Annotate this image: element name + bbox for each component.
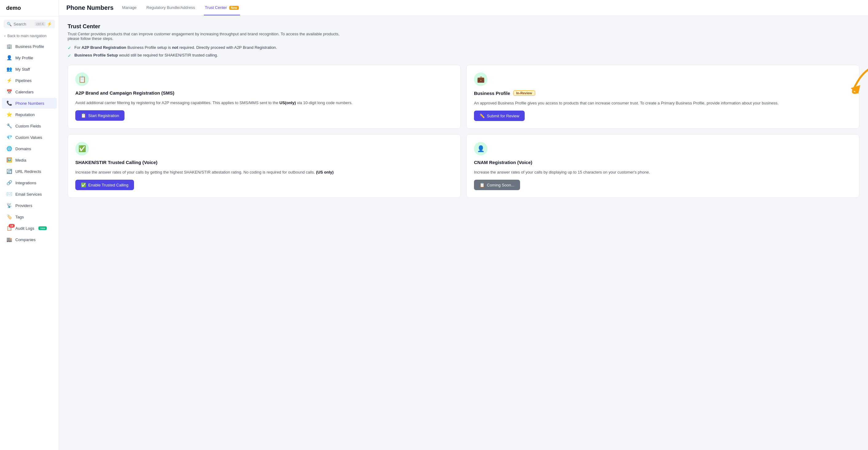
in-review-badge: In-Review	[513, 90, 535, 96]
card-cnam-desc: Increase the answer rates of your calls …	[474, 169, 852, 175]
reputation-icon: ⭐	[6, 112, 12, 117]
sidebar: demo 🔍 Search ctrl K ⚡ ‹ Back to main na…	[0, 0, 59, 450]
sidebar-item-audit-logs[interactable]: 📋 16 Audit Logs new	[2, 223, 57, 234]
sidebar-item-label: Custom Values	[16, 135, 42, 140]
card-bp-header: 💼	[474, 72, 852, 86]
chevron-left-icon: ‹	[4, 34, 5, 38]
trust-center-title: Trust Center	[68, 23, 859, 30]
custom-values-icon: 💎	[6, 134, 12, 140]
tab-trust-center[interactable]: Trust Center New	[204, 0, 240, 15]
svg-marker-0	[851, 85, 860, 94]
sidebar-item-label: URL Redirects	[16, 169, 41, 174]
providers-icon: 📡	[6, 203, 12, 208]
card-cnam-icon: 👤	[474, 142, 488, 155]
audit-logs-new-badge: new	[38, 226, 47, 230]
card-ss-title: SHAKEN/STIR Trusted Calling (Voice)	[75, 160, 453, 165]
coming-soon-icon: 📋	[479, 183, 485, 187]
email-services-icon: ✉️	[6, 191, 12, 197]
my-staff-icon: 👥	[6, 66, 12, 72]
url-redirects-icon: ↪️	[6, 169, 12, 174]
card-a2p-icon: 📋	[75, 72, 89, 86]
start-reg-label: Start Registration	[88, 114, 119, 118]
sidebar-item-providers[interactable]: 📡 Providers	[2, 200, 57, 211]
business-profile-icon: 🏢	[6, 43, 12, 49]
sidebar-item-label: Integrations	[16, 181, 36, 185]
media-icon: 🖼️	[6, 157, 12, 163]
trust-center-desc: Trust Center provides products that can …	[68, 32, 344, 41]
sidebar-item-pipelines[interactable]: ⚡ Pipelines	[2, 75, 57, 86]
custom-fields-icon: 🔧	[6, 123, 12, 129]
submit-for-review-button[interactable]: ✏️ Submit for Review	[474, 110, 525, 121]
card-ss-desc: Increase the answer rates of your calls …	[75, 169, 453, 175]
check-icon-bp: ✓	[68, 53, 71, 58]
card-bp-desc: An approved Business Profile gives you a…	[474, 100, 852, 106]
enable-trusted-calling-button[interactable]: ✅ Enable Trusted Calling	[75, 180, 134, 190]
card-a2p-header: 📋	[75, 72, 453, 86]
sidebar-item-business-profile[interactable]: 🏢 Business Profile	[2, 41, 57, 52]
domains-icon: 🌐	[6, 146, 12, 152]
search-button[interactable]: 🔍 Search ctrl K ⚡	[4, 20, 55, 28]
bullet-text-a2p: For A2P Brand Registration Business Prof…	[74, 45, 277, 50]
sidebar-item-custom-values[interactable]: 💎 Custom Values	[2, 132, 57, 143]
sidebar-item-label: Providers	[16, 203, 32, 208]
card-cnam-title: CNAM Registration (Voice)	[474, 160, 852, 165]
lightning-icon: ⚡	[47, 22, 52, 26]
tab-manage[interactable]: Manage	[121, 0, 138, 15]
integrations-icon: 🔗	[6, 180, 12, 186]
sidebar-logo: demo	[0, 0, 59, 17]
sidebar-nav: 🏢 Business Profile 👤 My Profile 👥 My Sta…	[0, 40, 59, 246]
sidebar-item-label: Reputation	[16, 112, 35, 117]
sidebar-item-url-redirects[interactable]: ↪️ URL Redirects	[2, 166, 57, 177]
sidebar-item-tags[interactable]: 🏷️ Tags	[2, 211, 57, 222]
card-business-profile: 💼 Business Profile In-Review An approved…	[466, 65, 859, 129]
pipelines-icon: ⚡	[6, 78, 12, 83]
tags-icon: 🏷️	[6, 214, 12, 220]
enable-tc-icon: ✅	[81, 183, 86, 187]
start-registration-button[interactable]: 📋 Start Registration	[75, 110, 124, 121]
coming-soon-button[interactable]: 📋 Coming Soon...	[474, 180, 520, 190]
bullet-text-bp: Business Profile Setup would still be re…	[74, 53, 218, 58]
sidebar-item-label: Email Services	[16, 192, 42, 197]
trust-center-new-badge: New	[229, 6, 239, 10]
card-a2p-title: A2P Brand and Campaign Registration (SMS…	[75, 90, 453, 96]
card-ss-icon: ✅	[75, 142, 89, 155]
sidebar-item-domains[interactable]: 🌐 Domains	[2, 143, 57, 154]
phone-numbers-icon: 📞	[6, 100, 12, 106]
sidebar-item-phone-numbers[interactable]: 📞 Phone Numbers	[2, 98, 57, 109]
sidebar-item-label: Phone Numbers	[16, 101, 44, 106]
back-nav-button[interactable]: ‹ Back to main navigation	[0, 31, 59, 40]
card-cnam: 👤 CNAM Registration (Voice) Increase the…	[466, 134, 859, 198]
card-ss-header: ✅	[75, 142, 453, 155]
sidebar-item-reputation[interactable]: ⭐ Reputation	[2, 109, 57, 120]
card-a2p-desc: Avoid additional carrier filtering by re…	[75, 100, 453, 106]
sidebar-item-email-services[interactable]: ✉️ Email Services	[2, 189, 57, 200]
card-shaken-stir: ✅ SHAKEN/STIR Trusted Calling (Voice) In…	[68, 134, 461, 198]
search-shortcut: ctrl K	[35, 22, 45, 26]
card-bp-icon: 💼	[474, 72, 488, 86]
submit-review-label: Submit for Review	[487, 114, 519, 118]
cards-grid: 📋 A2P Brand and Campaign Registration (S…	[68, 65, 859, 198]
sidebar-item-media[interactable]: 🖼️ Media	[2, 155, 57, 166]
sidebar-item-integrations[interactable]: 🔗 Integrations	[2, 177, 57, 188]
sidebar-item-label: Business Profile	[16, 44, 44, 49]
sidebar-item-label: Calendars	[16, 90, 33, 94]
companies-icon: 🏬	[6, 237, 12, 243]
page-title: Phone Numbers	[66, 4, 114, 11]
sidebar-item-calendars[interactable]: 📅 Calendars	[2, 86, 57, 97]
sidebar-item-label: My Profile	[16, 56, 33, 60]
sidebar-item-companies[interactable]: 🏬 Companies	[2, 234, 57, 245]
search-label: Search	[13, 22, 26, 26]
sidebar-item-custom-fields[interactable]: 🔧 Custom Fields	[2, 120, 57, 131]
coming-soon-label: Coming Soon...	[487, 183, 515, 187]
page-header: Phone Numbers Manage Regulatory Bundle/A…	[59, 0, 868, 16]
my-profile-icon: 👤	[6, 55, 12, 61]
enable-tc-label: Enable Trusted Calling	[88, 183, 128, 187]
tab-regulatory[interactable]: Regulatory Bundle/Address	[145, 0, 196, 15]
bullet-list: ✓ For A2P Brand Registration Business Pr…	[68, 45, 859, 58]
sidebar-item-my-staff[interactable]: 👥 My Staff	[2, 64, 57, 75]
sidebar-item-my-profile[interactable]: 👤 My Profile	[2, 52, 57, 63]
sidebar-item-label: Custom Fields	[16, 124, 41, 128]
content-area: Trust Center Trust Center provides produ…	[59, 16, 868, 450]
check-icon-a2p: ✓	[68, 45, 71, 51]
card-bp-title: Business Profile	[474, 91, 510, 96]
